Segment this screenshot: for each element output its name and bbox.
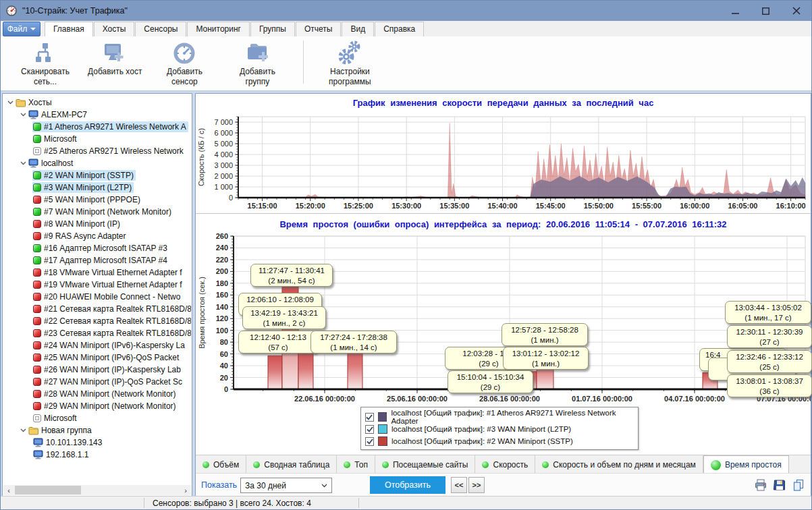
tree-item-Microsoft[interactable]: Microsoft xyxy=(3,412,191,424)
tree-item-localhost[interactable]: localhost xyxy=(3,157,191,169)
tree-item-#19-VMware-Virtual-Ethernet-Adapter-f[interactable]: #19 VMware Virtual Ethernet Adapter f xyxy=(3,279,191,291)
ribbon-tab-Отчеты[interactable]: Отчеты xyxy=(296,22,341,36)
tree-item-#7-WAN-Miniport-Network-Monitor-[interactable]: #7 WAN Miniport (Network Monitor) xyxy=(3,206,191,218)
ribbon-tab-Мониторинг[interactable]: Мониторинг xyxy=(187,22,250,36)
ribbon-tab-Вид[interactable]: Вид xyxy=(342,22,374,36)
ribbon-tab-Хосты[interactable]: Хосты xyxy=(94,22,135,36)
print-icon[interactable] xyxy=(753,478,768,492)
svg-text:1 000: 1 000 xyxy=(214,183,233,191)
prev-page-button[interactable]: << xyxy=(451,477,467,493)
toolbar-button-add-sensor[interactable]: Добавить сенсор xyxy=(154,40,215,87)
maximize-button[interactable] xyxy=(751,1,781,21)
legend-checkbox[interactable] xyxy=(365,425,374,434)
tree-item-#8-WAN-Miniport-IP-[interactable]: #8 WAN Miniport (IP) xyxy=(3,218,191,230)
toolbar-button-scan-network[interactable]: Сканировать сеть... xyxy=(15,40,76,87)
next-page-button[interactable]: >> xyxy=(468,477,485,493)
scroll-right-arrow-icon[interactable]: › xyxy=(180,485,191,495)
ribbon-tab-Группы[interactable]: Группы xyxy=(250,22,295,36)
tree-item-192.168.1.1[interactable]: 192.168.1.1 xyxy=(3,449,191,461)
copy-icon[interactable] xyxy=(791,478,806,492)
toolbar-button-add-group[interactable]: Добавить группу xyxy=(227,40,288,87)
callout-time-range: 12:30:11 - 12:30:39 xyxy=(728,327,811,337)
expander-chevron-icon[interactable] xyxy=(18,428,28,432)
tree-item-#29-WAN-Miniport-Network-Monitor-[interactable]: #29 WAN Miniport (Network Monitor) xyxy=(3,400,191,412)
ribbon-tab-Справка[interactable]: Справка xyxy=(375,22,424,36)
tree-item-#25-Atheros-AR9271-Wireless-Network[interactable]: #25 Atheros AR9271 Wireless Network xyxy=(3,145,191,157)
legend-checkbox[interactable] xyxy=(365,413,374,422)
tree-item-#9-RAS-Async-Adapter[interactable]: #9 RAS Async Adapter xyxy=(3,230,191,242)
report-tab-Объём[interactable]: Объём xyxy=(196,455,246,474)
scrollbar-thumb[interactable] xyxy=(15,486,81,494)
ribbon-tab-Сенсоры[interactable]: Сенсоры xyxy=(135,22,186,36)
tree-item-#18-VMware-Virtual-Ethernet-Adapter-f[interactable]: #18 VMware Virtual Ethernet Adapter f xyxy=(3,266,191,279)
tree-item-#5-WAN-Miniport-PPPOE-[interactable]: #5 WAN Miniport (PPPOE) xyxy=(3,194,191,206)
save-icon[interactable] xyxy=(772,478,787,492)
status-bar: Сенсоров: выбрано 3 | всего 24. Хостов: … xyxy=(1,496,811,509)
report-tab-Посещаемые сайты[interactable]: Посещаемые сайты xyxy=(375,455,476,474)
tree-item-label: #28 WAN Miniport (Network Monitor) xyxy=(44,389,176,399)
svg-text:80: 80 xyxy=(220,338,228,346)
callout-duration: (25 с) xyxy=(728,362,811,372)
callout-duration: (57 с) xyxy=(239,343,317,353)
tree-item-#27-WAN-Miniport-IP--QoS-Packet-Sc[interactable]: #27 WAN Miniport (IP)-QoS Packet Sc xyxy=(3,376,191,388)
close-button[interactable] xyxy=(781,1,811,21)
svg-text:Время простоя (сек.): Время простоя (сек.) xyxy=(198,277,206,349)
ribbon-tab-Главная[interactable]: Главная xyxy=(45,22,93,36)
report-tab-Топ[interactable]: Топ xyxy=(337,455,375,474)
sensor-status-red-icon xyxy=(33,390,41,398)
tree-item-#16-Адаптер-Microsoft-ISATAP-#3[interactable]: #16 Адаптер Microsoft ISATAP #3 xyxy=(3,242,191,254)
tree-horizontal-scrollbar[interactable]: ‹ › xyxy=(3,485,191,495)
tree-item-#20-HUAWEI-Mobile-Connect---Netwo[interactable]: #20 HUAWEI Mobile Connect - Netwo xyxy=(3,291,191,303)
svg-text:240: 240 xyxy=(216,244,228,252)
tree-item-#26-WAN-Miniport-IP--Kaspersky-Lab[interactable]: #26 WAN Miniport (IP)-Kaspersky Lab xyxy=(3,364,191,376)
tree-item-#24-WAN-Miniport-IPv6--Kaspersky-La[interactable]: #24 WAN Miniport (IPv6)-Kaspersky La xyxy=(3,339,191,351)
tree-item-#21-Сетевая-карта-Realtek-RTL8168D-8[interactable]: #21 Сетевая карта Realtek RTL8168D/8 xyxy=(3,303,191,315)
tree-item-#22-Сетевая-карта-Realtek-RTL8168D-8[interactable]: #22 Сетевая карта Realtek RTL8168D/8 xyxy=(3,315,191,327)
expander-chevron-icon[interactable] xyxy=(18,113,28,117)
sensor-status-red-icon xyxy=(33,341,41,349)
chevron-down-icon xyxy=(30,28,36,30)
expander-chevron-icon[interactable] xyxy=(18,161,28,165)
chevron-down-icon xyxy=(321,484,327,488)
downtime-callout: 17:27:24 - 17:28:38(1 мин., 14 с) xyxy=(310,331,397,353)
tree-item-Хосты[interactable]: Хосты xyxy=(3,96,191,109)
tree-item-#2-WAN-Miniport-SSTP-[interactable]: #2 WAN Miniport (SSTP) xyxy=(3,169,191,181)
toolbar-button-settings[interactable]: Настройки программы xyxy=(319,40,380,87)
minimize-button[interactable] xyxy=(720,1,751,21)
scroll-left-arrow-icon[interactable]: ‹ xyxy=(3,485,14,495)
tree-item-Новая-группа[interactable]: Новая группа xyxy=(3,424,191,436)
report-tab-Время простоя[interactable]: Время простоя xyxy=(703,455,789,474)
sensor-status-green-icon xyxy=(33,208,41,216)
tree-item-#25-WAN-Miniport-IPv6--QoS-Packet[interactable]: #25 WAN Miniport (IPv6)-QoS Packet xyxy=(3,351,191,364)
tree-item-label: #19 VMware Virtual Ethernet Adapter f xyxy=(44,280,182,289)
tree-item-#1-Atheros-AR9271-Wireless-Network-A[interactable]: #1 Atheros AR9271 Wireless Network A xyxy=(3,121,191,133)
tree-item-Microsoft[interactable]: Microsoft xyxy=(3,133,191,145)
report-tab-Сводная таблица[interactable]: Сводная таблица xyxy=(246,455,337,474)
tree-item-content: #29 WAN Miniport (Network Monitor) xyxy=(32,401,178,412)
callout-time-range: 13:42:19 - 13:43:21 xyxy=(243,308,325,318)
tree-item-#17-Адаптер-Microsoft-ISATAP-#4[interactable]: #17 Адаптер Microsoft ISATAP #4 xyxy=(3,254,191,266)
tree-item-ALEXM-PC7[interactable]: ALEXM-PC7 xyxy=(3,109,191,121)
report-tab-Скорость и объем по дням и месяцам[interactable]: Скорость и объем по дням и месяцам xyxy=(535,455,703,474)
expander-chevron-icon[interactable] xyxy=(5,101,15,105)
tree-item-label: #17 Адаптер Microsoft ISATAP #4 xyxy=(44,256,167,265)
legend-checkbox[interactable] xyxy=(365,437,374,446)
legend-label: localhost [Общий трафик]: #1 Atheros AR9… xyxy=(391,409,638,425)
tree-item-10.101.139.143[interactable]: 10.101.139.143 xyxy=(3,436,191,449)
callout-time-range: 13:01:12 - 13:02:12 xyxy=(504,349,588,359)
tree-item-#28-WAN-Miniport-Network-Monitor-[interactable]: #28 WAN Miniport (Network Monitor) xyxy=(3,388,191,400)
host-icon xyxy=(28,110,38,119)
report-tab-Скорость[interactable]: Скорость xyxy=(475,455,535,474)
callout-time-range: 12:06:10 - 12:08:09 xyxy=(239,295,321,305)
tree-item-#23-Сетевая-карта-Realtek-RTL8168D-8[interactable]: #23 Сетевая карта Realtek RTL8168D/8 xyxy=(3,327,191,339)
display-button[interactable]: Отобразить xyxy=(370,476,445,494)
svg-text:16:00:00: 16:00:00 xyxy=(680,202,709,210)
period-select[interactable]: За 30 дней xyxy=(240,478,332,493)
speed-chart: График изменения скорости передачи данны… xyxy=(196,94,811,214)
tree-item-content: #17 Адаптер Microsoft ISATAP #4 xyxy=(32,255,169,266)
file-menu-button[interactable]: Файл xyxy=(3,22,40,36)
sensor-status-red-icon xyxy=(33,220,41,228)
toolbar-button-add-host[interactable]: Добавить хост xyxy=(88,40,142,77)
sensor-status-red-icon xyxy=(33,317,41,325)
tree-item-#3-WAN-Miniport-L2TP-[interactable]: #3 WAN Miniport (L2TP) xyxy=(3,181,191,194)
